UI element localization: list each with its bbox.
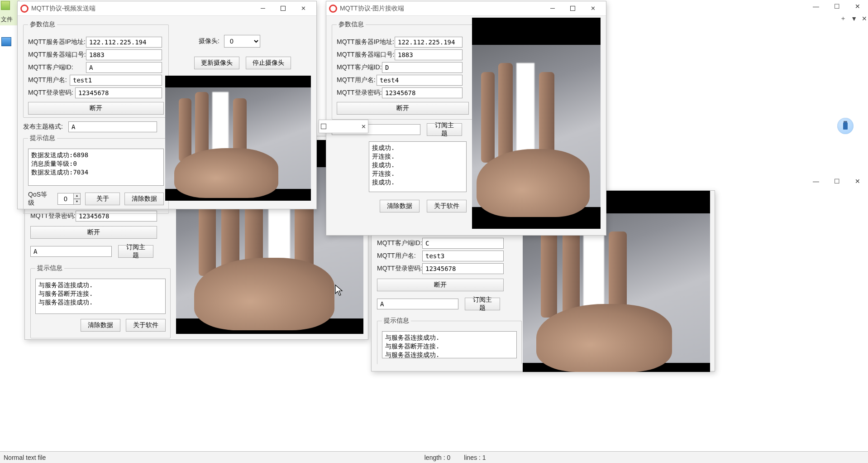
bg-close-icon[interactable]: ✕ [847, 0, 868, 13]
label-password: MQTT登录密码: [28, 89, 75, 97]
bg2-close-icon[interactable]: ✕ [847, 175, 868, 188]
bg2-min-icon[interactable]: — [806, 175, 826, 188]
subscribe-topic-field[interactable] [30, 246, 112, 257]
background-tab-strip: ＋ ▼ ✕ [840, 14, 867, 24]
username-field[interactable] [422, 251, 504, 261]
window-image-receiver: MQTT协议-图片接收端 参数信息 MQTT服务器IP地址: MQTT服务器端口… [326, 1, 606, 236]
label-password: MQTT登录密码: [337, 89, 382, 97]
background-window-controls-1: — ☐ ✕ [806, 0, 868, 13]
label-password: MQTT登录密码: [377, 265, 422, 273]
close-button[interactable] [583, 2, 603, 15]
username-field[interactable] [70, 75, 162, 86]
background-window-controls-2: — ☐ ✕ [806, 175, 868, 188]
label-port: MQTT服务器端口号: [28, 51, 86, 59]
spin-up-icon[interactable]: ▲ [73, 193, 81, 199]
minimize-button[interactable] [253, 2, 273, 15]
password-field[interactable] [422, 263, 504, 274]
mini-dialog-close-icon[interactable]: ✕ [361, 123, 366, 130]
ip-field[interactable] [395, 37, 463, 48]
log-textarea[interactable]: 与服务器连接成功. 与服务器断开连接. 与服务器连接成功. [35, 279, 166, 314]
bg-max-icon[interactable]: ☐ [826, 0, 847, 13]
background-menu-file[interactable]: 文件 [1, 15, 13, 24]
disconnect-button[interactable]: 断开 [30, 226, 157, 239]
status-lines: lines : 1 [464, 454, 486, 461]
titlebar[interactable]: MQTT协议-图片接收端 [326, 1, 606, 16]
app-icon [20, 5, 29, 13]
bg-min-icon[interactable]: — [806, 0, 826, 13]
background-app-corner: 文件 [0, 0, 19, 25]
label-username: MQTT用户名: [377, 252, 422, 260]
tab-add-icon[interactable]: ＋ [840, 14, 846, 23]
status-bar: Normal text file length : 0 lines : 1 [0, 451, 868, 463]
minimize-button[interactable] [542, 2, 563, 15]
spin-down-icon[interactable]: ▼ [73, 199, 81, 205]
log-textarea[interactable]: 数据发送成功:6898 消息质量等级:0 数据发送成功:7034 [28, 149, 164, 186]
subscribe-button[interactable]: 订阅主题 [427, 123, 462, 136]
password-field[interactable] [75, 87, 162, 98]
update-camera-button[interactable]: 更新摄像头 [194, 57, 239, 69]
label-ip: MQTT服务器IP地址: [28, 38, 86, 46]
hint-group-label: 提示信息 [35, 264, 64, 272]
subscribe-topic-field[interactable] [377, 299, 458, 309]
about-software-button[interactable]: 关于软件 [126, 319, 166, 332]
close-button[interactable] [293, 2, 314, 15]
port-field[interactable] [86, 49, 162, 60]
mini-dialog-restore-icon[interactable] [321, 124, 326, 129]
params-group-label: 参数信息 [337, 20, 366, 29]
video-frame-receiver [472, 18, 601, 229]
client-id-field[interactable] [382, 62, 463, 73]
window-title: MQTT协议-图片接收端 [340, 5, 542, 13]
maximize-button[interactable] [563, 2, 583, 15]
ip-field[interactable] [86, 37, 162, 48]
disconnect-button[interactable]: 断开 [377, 279, 504, 291]
mini-dialog[interactable]: ✕ [319, 120, 368, 133]
app-icon [329, 5, 337, 13]
disconnect-button[interactable]: 断开 [337, 102, 469, 115]
tab-close-icon[interactable]: ✕ [862, 15, 867, 22]
label-username: MQTT用户名: [28, 76, 70, 84]
label-publish-topic: 发布主题格式: [23, 123, 68, 131]
label-client-id: MQTT客户端ID: [377, 239, 422, 247]
disconnect-button[interactable]: 断开 [28, 102, 164, 115]
qos-spinner[interactable]: ▲▼ [57, 193, 81, 205]
clear-data-button[interactable]: 清除数据 [380, 200, 420, 212]
client-id-field[interactable] [86, 62, 162, 73]
bg2-max-icon[interactable]: ☐ [826, 175, 847, 188]
subscribe-button[interactable]: 订阅主题 [465, 298, 500, 310]
background-app-icon [1, 1, 10, 10]
background-left-toolbar [0, 36, 12, 47]
hint-group-label: 提示信息 [28, 134, 57, 142]
hint-group-label: 提示信息 [382, 317, 411, 325]
about-software-button[interactable]: 关于软件 [427, 200, 467, 212]
label-username: MQTT用户名: [337, 76, 377, 84]
label-port: MQTT服务器端口号: [337, 51, 395, 59]
params-group-label: 参数信息 [28, 20, 57, 29]
label-ip: MQTT服务器IP地址: [337, 38, 395, 46]
window-title: MQTT协议-视频发送端 [31, 5, 253, 13]
log-textarea[interactable]: 接成功. 开连接. 接成功. 开连接. 接成功. [369, 141, 467, 192]
titlebar[interactable]: MQTT协议-视频发送端 [18, 1, 316, 16]
clear-data-button[interactable]: 清除数据 [81, 319, 120, 332]
log-textarea[interactable]: 与服务器连接成功. 与服务器断开连接. 与服务器连接成功. [382, 331, 517, 358]
camera-select[interactable]: 0 [224, 35, 260, 48]
label-client-id: MQTT客户端ID: [28, 63, 86, 72]
port-field[interactable] [395, 49, 463, 60]
username-field[interactable] [377, 75, 463, 86]
maximize-button[interactable] [273, 2, 293, 15]
status-file-type: Normal text file [4, 454, 46, 461]
stop-camera-button[interactable]: 停止摄像头 [246, 57, 291, 69]
video-frame-sender [165, 76, 311, 201]
clear-data-button[interactable]: 清除数据 [124, 193, 164, 205]
publish-topic-field[interactable] [68, 121, 157, 132]
label-camera: 摄像头: [199, 37, 219, 45]
about-button[interactable]: 关于 [85, 193, 120, 205]
window-video-sender: MQTT协议-视频发送端 参数信息 MQTT服务器IP地址: MQTT服务器端口… [17, 1, 317, 209]
usb-device-icon[interactable] [837, 118, 854, 134]
password-field[interactable] [382, 87, 463, 98]
background-tool-icon[interactable] [1, 37, 11, 46]
qos-value[interactable] [57, 193, 74, 205]
subscribe-button[interactable]: 订阅主题 [118, 245, 153, 258]
tab-dropdown-icon[interactable]: ▼ [851, 15, 857, 22]
status-length: length : 0 [424, 454, 451, 461]
client-id-field[interactable] [422, 238, 504, 249]
